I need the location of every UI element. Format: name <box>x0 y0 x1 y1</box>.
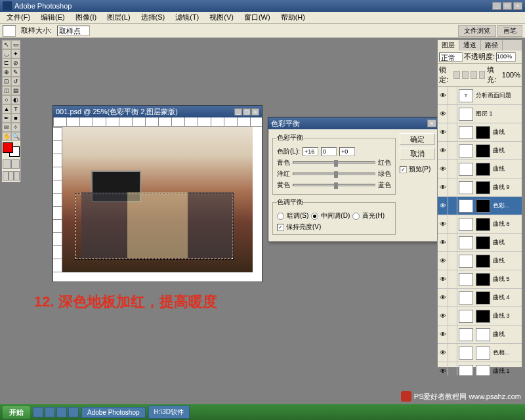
layer-thumb[interactable] <box>459 273 473 286</box>
mask-thumb[interactable] <box>476 126 490 139</box>
layer-thumb[interactable]: T <box>459 89 473 102</box>
fill-input[interactable]: 100% <box>502 71 520 79</box>
marquee-tool[interactable]: ▭ <box>11 40 20 49</box>
link-slot[interactable] <box>448 215 457 234</box>
layer-thumb[interactable] <box>459 218 473 231</box>
layer-thumb[interactable] <box>459 163 473 176</box>
visibility-icon[interactable]: 👁 <box>438 252 448 270</box>
visibility-icon[interactable]: 👁 <box>438 87 448 105</box>
lasso-tool[interactable]: ◡ <box>2 49 11 58</box>
link-slot[interactable] <box>448 362 457 376</box>
link-slot[interactable] <box>448 234 457 252</box>
layer-row[interactable]: 👁曲线 1 <box>438 362 522 375</box>
shadows-radio[interactable] <box>277 213 284 220</box>
layer-thumb[interactable] <box>459 200 473 213</box>
layer-thumb[interactable] <box>459 236 473 249</box>
menu-view[interactable]: 视图(V) <box>205 12 238 22</box>
eyedropper-tool[interactable]: ✧ <box>11 123 20 132</box>
menu-filter[interactable]: 滤镜(T) <box>171 12 203 22</box>
visibility-icon[interactable]: 👁 <box>438 234 448 252</box>
quickmask-toggle[interactable] <box>3 159 20 169</box>
link-slot[interactable] <box>448 307 457 326</box>
layer-row[interactable]: 👁曲线 9 <box>438 178 522 197</box>
mask-thumb[interactable] <box>476 291 490 304</box>
mask-thumb[interactable] <box>476 255 490 268</box>
layer-row[interactable]: 👁曲线 5 <box>438 270 522 289</box>
doc-minimize-icon[interactable]: _ <box>234 108 242 116</box>
menu-layer[interactable]: 图层(L) <box>103 12 134 22</box>
ql-icon-1[interactable] <box>33 407 43 417</box>
link-slot[interactable] <box>448 252 457 270</box>
layer-row[interactable]: 👁色彩... <box>438 197 522 215</box>
heal-tool[interactable]: ⊕ <box>2 68 11 77</box>
mask-thumb[interactable] <box>476 200 490 213</box>
maximize-button[interactable]: □ <box>503 2 512 10</box>
move-tool[interactable]: ↖ <box>2 40 11 49</box>
layer-thumb[interactable] <box>459 346 473 360</box>
layer-row[interactable]: 👁曲线 <box>438 252 522 270</box>
link-slot[interactable] <box>448 87 457 105</box>
dialog-titlebar[interactable]: 色彩平衡 × <box>268 117 439 129</box>
menu-window[interactable]: 窗口(W) <box>240 12 274 22</box>
link-slot[interactable] <box>448 142 457 160</box>
link-slot[interactable] <box>448 289 457 307</box>
link-slot[interactable] <box>448 178 457 197</box>
ok-button[interactable]: 确定 <box>400 133 435 145</box>
palette-tab-brushes[interactable]: 画笔 <box>497 25 522 37</box>
layer-thumb[interactable] <box>459 108 473 121</box>
link-slot[interactable] <box>448 123 457 142</box>
gradient-tool[interactable]: ▤ <box>11 86 20 95</box>
slice-tool[interactable]: ⊘ <box>11 58 20 68</box>
link-slot[interactable] <box>448 270 457 289</box>
ql-icon-4[interactable] <box>68 407 79 417</box>
cyan-red-slider[interactable] <box>293 161 375 164</box>
magenta-green-slider[interactable] <box>293 173 375 175</box>
preserve-luminosity-checkbox[interactable]: ✓ <box>277 224 284 231</box>
menu-file[interactable]: 文件(F) <box>3 12 34 22</box>
mask-thumb[interactable] <box>476 365 490 376</box>
tab-paths[interactable]: 路径 <box>481 40 503 51</box>
layer-thumb[interactable] <box>459 126 473 139</box>
mask-thumb[interactable] <box>476 346 490 360</box>
link-slot[interactable] <box>448 197 457 215</box>
visibility-icon[interactable]: 👁 <box>438 326 448 344</box>
mask-thumb[interactable] <box>476 144 490 158</box>
doc-close-icon[interactable]: × <box>251 108 259 116</box>
hand-tool[interactable]: ✋ <box>2 132 11 141</box>
lock-position-icon[interactable] <box>471 71 477 79</box>
layer-thumb[interactable] <box>459 310 473 323</box>
link-slot[interactable] <box>448 105 457 123</box>
mask-thumb[interactable] <box>476 181 490 194</box>
blur-tool[interactable]: ○ <box>2 95 11 104</box>
visibility-icon[interactable]: 👁 <box>438 123 448 142</box>
highlights-radio[interactable] <box>352 213 360 220</box>
taskbar-task-explorer[interactable]: H:\3D软件 <box>148 406 190 419</box>
layer-row[interactable]: 👁图层 1 <box>438 105 522 123</box>
level-cyan-red-input[interactable] <box>303 147 318 156</box>
layer-row[interactable]: 👁曲线 <box>438 234 522 252</box>
notes-tool[interactable]: ✉ <box>2 123 11 132</box>
preview-checkbox[interactable]: ✓ <box>400 166 407 173</box>
zoom-tool[interactable]: 🔍 <box>11 132 20 141</box>
level-magenta-green-input[interactable] <box>321 147 337 156</box>
layer-thumb[interactable] <box>459 144 473 158</box>
visibility-icon[interactable]: 👁 <box>438 178 448 197</box>
doc-maximize-icon[interactable]: □ <box>243 108 251 116</box>
yellow-blue-slider[interactable] <box>293 184 375 186</box>
close-button[interactable]: × <box>513 2 522 10</box>
layer-row[interactable]: 👁T分析画面问题 <box>438 87 522 105</box>
canvas[interactable] <box>62 127 253 272</box>
menu-edit[interactable]: 编辑(E) <box>37 12 69 22</box>
layer-row[interactable]: 👁曲线 <box>438 160 522 178</box>
stamp-tool[interactable]: ⊡ <box>2 77 11 86</box>
shape-tool[interactable]: ■ <box>11 114 20 123</box>
lock-transparency-icon[interactable] <box>453 71 460 79</box>
link-slot[interactable] <box>448 344 457 362</box>
blend-mode-select[interactable]: 正常 <box>439 52 463 62</box>
layer-thumb[interactable] <box>459 291 473 304</box>
level-yellow-blue-input[interactable] <box>339 147 355 156</box>
visibility-icon[interactable]: 👁 <box>438 105 448 123</box>
eraser-tool[interactable]: ◫ <box>2 86 11 95</box>
ql-icon-3[interactable] <box>56 407 67 417</box>
path-tool[interactable]: ▲ <box>2 104 11 114</box>
